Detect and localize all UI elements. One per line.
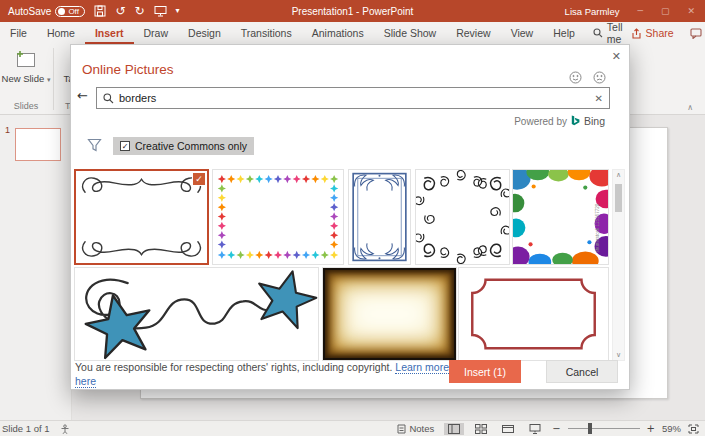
tab-help[interactable]: Help xyxy=(543,22,585,44)
zoom-slider-thumb[interactable] xyxy=(588,423,592,434)
slide-thumbnail-panel: 1 xyxy=(0,115,72,420)
scroll-down-icon[interactable]: ∨ xyxy=(613,351,624,359)
tab-view[interactable]: View xyxy=(501,22,544,44)
group-divider xyxy=(53,48,54,110)
image-result-blue-stars-doodle[interactable] xyxy=(74,267,319,361)
learn-more-link[interactable]: Learn more xyxy=(395,361,449,374)
watermark-text: shutterstock 115167720 xyxy=(595,203,600,252)
image-result-burnt-grunge-frame[interactable] xyxy=(322,267,457,361)
tab-draw[interactable]: Draw xyxy=(134,22,179,44)
tab-insert[interactable]: Insert xyxy=(85,22,134,44)
ribbon-tab-bar: File Home Insert Draw Design Transitions… xyxy=(0,22,705,44)
reading-view-button[interactable] xyxy=(498,423,518,435)
close-window-icon[interactable]: ✕ xyxy=(687,6,695,16)
slide-thumbnail[interactable] xyxy=(15,128,61,161)
image-result-blue-ornate-frame[interactable] xyxy=(348,169,411,265)
slides-group-label: Slides xyxy=(0,101,52,111)
slide-show-button[interactable] xyxy=(525,423,545,435)
dropdown-icon: ▾ xyxy=(47,76,51,84)
bing-logo-icon xyxy=(571,115,580,127)
cancel-button[interactable]: Cancel xyxy=(546,360,618,383)
image-result-red-ticket-frame[interactable] xyxy=(458,267,609,361)
zoom-slider[interactable] xyxy=(568,428,640,429)
filter-icon[interactable] xyxy=(87,138,102,152)
quick-access-toolbar: AutoSave Off ↺ ↻ ▾ xyxy=(0,5,180,17)
autosave-switch[interactable]: Off xyxy=(55,6,85,17)
close-dialog-icon[interactable]: ✕ xyxy=(612,50,621,63)
notes-icon xyxy=(397,424,406,434)
powered-by-label: Powered by xyxy=(514,116,567,127)
image-result-rainbow-stars-border[interactable] xyxy=(212,169,344,265)
image-result-paint-splatter-border[interactable]: shutterstock 115167720 xyxy=(512,169,609,265)
tell-me-box[interactable]: Tell me xyxy=(585,21,631,45)
learn-more-link-here[interactable]: here xyxy=(75,375,96,388)
feedback-happy-icon[interactable] xyxy=(569,71,582,84)
black-swirl-frame-image xyxy=(416,170,509,264)
user-name: Lisa Parmley xyxy=(565,6,620,17)
comments-icon[interactable] xyxy=(690,28,702,39)
title-bar: AutoSave Off ↺ ↻ ▾ Presentation1 - Power… xyxy=(0,0,705,22)
normal-view-button[interactable] xyxy=(444,423,464,435)
flourish-border-image xyxy=(76,171,207,263)
checkbox-checked-icon[interactable]: ✓ xyxy=(120,141,130,151)
search-input[interactable] xyxy=(119,92,590,104)
zoom-out-icon[interactable]: − xyxy=(552,423,560,434)
start-presentation-icon[interactable] xyxy=(154,5,167,17)
collapse-ribbon-icon[interactable]: ∧ xyxy=(687,103,693,112)
image-result-flourish-border[interactable]: ✓ xyxy=(74,169,209,265)
feedback-sad-icon[interactable] xyxy=(593,71,606,84)
save-icon[interactable] xyxy=(94,5,106,17)
tab-slide-show[interactable]: Slide Show xyxy=(374,22,447,44)
toggle-knob-icon xyxy=(58,8,65,15)
tab-review[interactable]: Review xyxy=(446,22,500,44)
accessibility-status-icon[interactable] xyxy=(60,424,70,434)
back-icon[interactable]: ← xyxy=(77,89,88,102)
autosave-toggle[interactable]: AutoSave Off xyxy=(8,6,85,17)
image-result-black-swirl-frame[interactable] xyxy=(415,169,510,265)
creative-commons-filter[interactable]: ✓ Creative Commons only xyxy=(113,137,254,155)
tab-home[interactable]: Home xyxy=(37,22,85,44)
undo-icon[interactable]: ↺ xyxy=(115,5,125,17)
fit-to-window-icon[interactable] xyxy=(688,424,699,434)
rainbow-stars-border-image xyxy=(213,170,343,264)
scrollbar-thumb[interactable] xyxy=(615,184,622,212)
insert-button[interactable]: Insert (1) xyxy=(449,360,521,383)
zoom-level[interactable]: 59% xyxy=(662,423,681,434)
red-ticket-frame-image xyxy=(459,268,608,360)
tab-animations[interactable]: Animations xyxy=(302,22,374,44)
results-scrollbar[interactable]: ∧ ∨ xyxy=(612,169,625,361)
status-bar: Slide 1 of 1 Notes xyxy=(0,420,705,436)
tab-design[interactable]: Design xyxy=(178,22,231,44)
share-label: Share xyxy=(646,27,674,39)
tell-me-label: Tell me xyxy=(607,21,623,45)
clear-search-icon[interactable]: ✕ xyxy=(595,93,603,104)
paint-splatter-border-image: shutterstock 115167720 xyxy=(513,170,608,264)
notes-button[interactable]: Notes xyxy=(394,422,437,435)
tab-file[interactable]: File xyxy=(0,22,37,44)
copyright-disclaimer: You are responsible for respecting other… xyxy=(75,361,467,388)
online-pictures-dialog: ✕ Online Pictures ← ✕ Powered by Bing xyxy=(70,44,630,390)
selected-check-badge: ✓ xyxy=(192,172,206,186)
new-slide-icon xyxy=(15,50,37,70)
disclaimer-text: You are responsible for respecting other… xyxy=(75,361,392,373)
scroll-up-icon[interactable]: ∧ xyxy=(613,171,624,179)
creative-commons-label: Creative Commons only xyxy=(135,140,247,152)
new-slide-label: New Slide xyxy=(2,73,45,84)
powered-by-bing: Powered by Bing xyxy=(514,115,605,127)
minimize-icon[interactable]: ─ xyxy=(638,6,643,16)
autosave-label: AutoSave xyxy=(8,6,51,17)
bing-label: Bing xyxy=(584,115,605,127)
share-button[interactable]: Share xyxy=(631,27,674,39)
search-bar[interactable]: ✕ xyxy=(96,87,610,109)
new-slide-button[interactable]: New Slide ▾ xyxy=(0,44,52,84)
slide-sorter-view-button[interactable] xyxy=(471,423,491,435)
customize-quick-access-icon[interactable]: ▾ xyxy=(176,7,180,15)
burnt-grunge-frame-image xyxy=(323,268,456,360)
redo-icon[interactable]: ↻ xyxy=(134,5,144,17)
tab-transitions[interactable]: Transitions xyxy=(231,22,302,44)
maximize-icon[interactable]: ▢ xyxy=(661,6,670,16)
autosave-state: Off xyxy=(68,7,79,16)
blue-stars-doodle-image xyxy=(75,268,318,360)
notes-label: Notes xyxy=(409,423,434,434)
zoom-in-icon[interactable]: + xyxy=(647,423,655,434)
